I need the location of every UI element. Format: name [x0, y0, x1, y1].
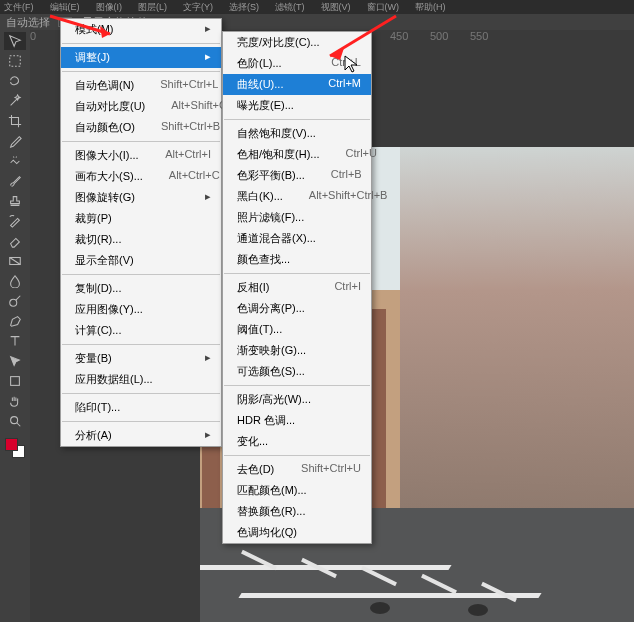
- menubar-item[interactable]: 文字(Y): [183, 1, 213, 13]
- menu-item[interactable]: 画布大小(S)...Alt+Ctrl+C: [61, 166, 221, 187]
- shape-tool-icon[interactable]: [4, 372, 26, 390]
- zoom-tool-icon[interactable]: [4, 412, 26, 430]
- menubar-item[interactable]: 帮助(H): [415, 1, 446, 13]
- menu-item[interactable]: 去色(D)Shift+Ctrl+U: [223, 459, 371, 480]
- menu-item[interactable]: 颜色查找...: [223, 249, 371, 270]
- menu-item-label: 应用数据组(L)...: [75, 372, 153, 387]
- marquee-tool-icon[interactable]: [4, 52, 26, 70]
- heal-tool-icon[interactable]: [4, 152, 26, 170]
- eyedropper-tool-icon[interactable]: [4, 132, 26, 150]
- type-tool-icon[interactable]: [4, 332, 26, 350]
- menu-item[interactable]: 曝光度(E)...: [223, 95, 371, 116]
- image-menu[interactable]: 模式(M)调整(J)自动色调(N)Shift+Ctrl+L自动对比度(U)Alt…: [60, 18, 222, 447]
- blur-tool-icon[interactable]: [4, 272, 26, 290]
- menu-item[interactable]: 色相/饱和度(H)...Ctrl+U: [223, 144, 371, 165]
- dodge-tool-icon[interactable]: [4, 292, 26, 310]
- menubar-item[interactable]: 编辑(E): [50, 1, 80, 13]
- menu-item-label: 反相(I): [237, 280, 269, 295]
- menu-item[interactable]: 替换颜色(R)...: [223, 501, 371, 522]
- menubar-item[interactable]: 图像(I): [96, 1, 123, 13]
- svg-point-4: [11, 417, 18, 424]
- menu-item[interactable]: 色调均化(Q): [223, 522, 371, 543]
- menubar-item[interactable]: 视图(V): [321, 1, 351, 13]
- history-brush-icon[interactable]: [4, 212, 26, 230]
- menu-item-label: 阴影/高光(W)...: [237, 392, 311, 407]
- menu-item[interactable]: 可选颜色(S)...: [223, 361, 371, 382]
- menu-item[interactable]: 阴影/高光(W)...: [223, 389, 371, 410]
- menu-item[interactable]: 图像旋转(G): [61, 187, 221, 208]
- menu-item[interactable]: 渐变映射(G)...: [223, 340, 371, 361]
- menu-item-label: 应用图像(Y)...: [75, 302, 143, 317]
- menu-item[interactable]: 模式(M): [61, 19, 221, 40]
- menubar-item[interactable]: 文件(F): [4, 1, 34, 13]
- menu-item[interactable]: 色彩平衡(B)...Ctrl+B: [223, 165, 371, 186]
- menu-item[interactable]: 亮度/对比度(C)...: [223, 32, 371, 53]
- menu-item[interactable]: 自动色调(N)Shift+Ctrl+L: [61, 75, 221, 96]
- menu-item-label: 复制(D)...: [75, 281, 121, 296]
- app-menubar[interactable]: 文件(F)编辑(E)图像(I)图层(L)文字(Y)选择(S)滤镜(T)视图(V)…: [0, 0, 634, 14]
- menu-separator: [62, 141, 220, 142]
- move-tool-icon[interactable]: [4, 32, 26, 50]
- menu-item[interactable]: 变量(B): [61, 348, 221, 369]
- menu-item[interactable]: 色阶(L)...Ctrl+L: [223, 53, 371, 74]
- eraser-tool-icon[interactable]: [4, 232, 26, 250]
- options-label: 自动选择: [6, 15, 50, 30]
- menu-item-label: 分析(A): [75, 428, 112, 443]
- menu-item-shortcut: Ctrl+M: [328, 77, 361, 92]
- menu-item-label: 色阶(L)...: [237, 56, 282, 71]
- menubar-item[interactable]: 选择(S): [229, 1, 259, 13]
- menu-item-label: 渐变映射(G)...: [237, 343, 306, 358]
- crop-tool-icon[interactable]: [4, 112, 26, 130]
- menubar-item[interactable]: 窗口(W): [367, 1, 400, 13]
- menu-item-label: 计算(C)...: [75, 323, 121, 338]
- path-select-icon[interactable]: [4, 352, 26, 370]
- lasso-tool-icon[interactable]: [4, 72, 26, 90]
- pen-tool-icon[interactable]: [4, 312, 26, 330]
- color-swatch[interactable]: [5, 438, 25, 458]
- menu-item[interactable]: 曲线(U)...Ctrl+M: [223, 74, 371, 95]
- menu-item-shortcut: Alt+Ctrl+C: [169, 169, 220, 184]
- menu-item[interactable]: 计算(C)...: [61, 320, 221, 341]
- menu-item[interactable]: 自然饱和度(V)...: [223, 123, 371, 144]
- menu-item[interactable]: HDR 色调...: [223, 410, 371, 431]
- gradient-tool-icon[interactable]: [4, 252, 26, 270]
- menu-item[interactable]: 照片滤镜(F)...: [223, 207, 371, 228]
- hand-tool-icon[interactable]: [4, 392, 26, 410]
- menu-item[interactable]: 陷印(T)...: [61, 397, 221, 418]
- wand-tool-icon[interactable]: [4, 92, 26, 110]
- brush-tool-icon[interactable]: [4, 172, 26, 190]
- menu-item[interactable]: 反相(I)Ctrl+I: [223, 277, 371, 298]
- menu-item-label: 替换颜色(R)...: [237, 504, 305, 519]
- menu-item[interactable]: 裁剪(P): [61, 208, 221, 229]
- menu-item[interactable]: 应用数据组(L)...: [61, 369, 221, 390]
- menu-item-shortcut: Ctrl+U: [346, 147, 377, 162]
- menu-item[interactable]: 色调分离(P)...: [223, 298, 371, 319]
- menu-item[interactable]: 黑白(K)...Alt+Shift+Ctrl+B: [223, 186, 371, 207]
- menu-item-label: 调整(J): [75, 50, 110, 65]
- menu-item[interactable]: 匹配颜色(M)...: [223, 480, 371, 501]
- menu-item[interactable]: 应用图像(Y)...: [61, 299, 221, 320]
- menu-item-label: 自然饱和度(V)...: [237, 126, 316, 141]
- menubar-item[interactable]: 滤镜(T): [275, 1, 305, 13]
- menu-separator: [62, 274, 220, 275]
- stamp-tool-icon[interactable]: [4, 192, 26, 210]
- menu-item[interactable]: 裁切(R)...: [61, 229, 221, 250]
- adjustments-submenu[interactable]: 亮度/对比度(C)...色阶(L)...Ctrl+L曲线(U)...Ctrl+M…: [222, 31, 372, 544]
- menu-item-label: 黑白(K)...: [237, 189, 283, 204]
- menu-item[interactable]: 阈值(T)...: [223, 319, 371, 340]
- menu-item[interactable]: 图像大小(I)...Alt+Ctrl+I: [61, 145, 221, 166]
- menu-item-label: 自动色调(N): [75, 78, 134, 93]
- menu-item[interactable]: 复制(D)...: [61, 278, 221, 299]
- menu-item-label: 照片滤镜(F)...: [237, 210, 304, 225]
- menu-item[interactable]: 显示全部(V): [61, 250, 221, 271]
- menu-item[interactable]: 通道混合器(X)...: [223, 228, 371, 249]
- menu-item-label: 模式(M): [75, 22, 114, 37]
- menu-item[interactable]: 调整(J): [61, 47, 221, 68]
- menu-item-label: 变化...: [237, 434, 268, 449]
- menubar-item[interactable]: 图层(L): [138, 1, 167, 13]
- menu-item[interactable]: 分析(A): [61, 425, 221, 446]
- menu-item-label: 颜色查找...: [237, 252, 290, 267]
- menu-item[interactable]: 自动颜色(O)Shift+Ctrl+B: [61, 117, 221, 138]
- menu-item[interactable]: 自动对比度(U)Alt+Shift+Ctrl+L: [61, 96, 221, 117]
- menu-item[interactable]: 变化...: [223, 431, 371, 452]
